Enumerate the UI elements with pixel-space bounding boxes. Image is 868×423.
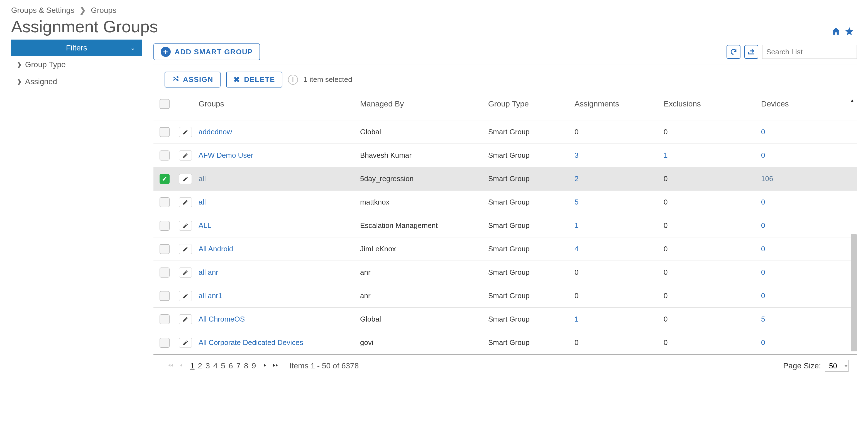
group-name-link[interactable]: all anr1 xyxy=(198,292,222,300)
edit-icon[interactable] xyxy=(179,174,192,184)
group-name-link[interactable]: all anr xyxy=(198,268,218,276)
page-number[interactable]: 3 xyxy=(204,361,212,370)
column-assignments[interactable]: Assignments xyxy=(571,99,660,109)
edit-icon[interactable] xyxy=(179,338,192,348)
page-number[interactable]: 8 xyxy=(242,361,250,370)
devices-cell[interactable]: 0 xyxy=(761,221,765,230)
page-number[interactable]: 5 xyxy=(219,361,227,370)
edit-icon[interactable] xyxy=(179,314,192,324)
delete-button[interactable]: ✖ DELETE xyxy=(226,71,282,88)
group-name-link[interactable]: AFW Demo User xyxy=(198,151,253,159)
devices-cell[interactable]: 0 xyxy=(761,292,765,300)
page-number[interactable]: 6 xyxy=(227,361,235,370)
table-row[interactable]: all anr1anrSmart Group000 xyxy=(153,284,857,308)
edit-icon[interactable] xyxy=(179,244,192,254)
group-type-cell: Smart Group xyxy=(485,221,571,230)
export-button[interactable] xyxy=(744,45,758,59)
filter-group-type[interactable]: ❯ Group Type xyxy=(11,56,142,73)
sort-up-icon[interactable]: ▲ xyxy=(849,98,855,104)
search-input[interactable] xyxy=(762,45,857,59)
table-row[interactable]: allmattknoxSmart Group500 xyxy=(153,190,857,214)
group-name-link[interactable]: All Corporate Dedicated Devices xyxy=(198,338,303,346)
group-name-link[interactable]: ALL xyxy=(198,221,211,230)
devices-cell[interactable]: 0 xyxy=(761,268,765,276)
column-devices[interactable]: Devices xyxy=(758,99,857,109)
assignments-cell[interactable]: 5 xyxy=(575,198,579,206)
row-checkbox[interactable] xyxy=(160,150,169,160)
filters-header[interactable]: Filters ⌄ xyxy=(11,39,142,56)
select-all-checkbox[interactable] xyxy=(160,99,169,109)
row-checkbox[interactable] xyxy=(160,338,169,348)
star-icon[interactable] xyxy=(845,27,854,38)
group-type-cell: Smart Group xyxy=(485,338,571,347)
group-name-link[interactable]: all xyxy=(198,198,206,206)
edit-icon[interactable] xyxy=(179,221,192,231)
next-page-icon[interactable] xyxy=(262,361,268,370)
devices-cell[interactable]: 0 xyxy=(761,198,765,206)
group-type-cell: Smart Group xyxy=(485,151,571,160)
devices-cell[interactable]: 5 xyxy=(761,315,765,323)
table-row[interactable]: All AndroidJimLeKnoxSmart Group400 xyxy=(153,237,857,261)
prev-page-icon[interactable] xyxy=(179,361,184,370)
assignments-cell[interactable]: 2 xyxy=(575,175,579,183)
devices-cell[interactable]: 0 xyxy=(761,245,765,253)
assignments-cell[interactable]: 4 xyxy=(575,245,579,253)
breadcrumb-root[interactable]: Groups & Settings xyxy=(11,6,74,15)
page-size-select[interactable]: 50 xyxy=(825,360,848,372)
page-number[interactable]: 4 xyxy=(212,361,219,370)
row-checkbox[interactable] xyxy=(160,127,169,137)
row-checkbox[interactable] xyxy=(160,314,169,324)
row-checkbox[interactable] xyxy=(160,268,169,277)
devices-cell[interactable]: 106 xyxy=(761,175,773,183)
assignments-cell[interactable]: 3 xyxy=(575,151,579,159)
row-checkbox[interactable] xyxy=(160,291,169,301)
items-info: Items 1 - 50 of 6378 xyxy=(289,361,359,370)
page-number[interactable]: 2 xyxy=(196,361,204,370)
managed-by-cell: anr xyxy=(357,268,485,277)
group-name-link[interactable]: All ChromeOS xyxy=(198,315,245,323)
edit-icon[interactable] xyxy=(179,197,192,207)
page-number[interactable]: 7 xyxy=(235,361,242,370)
last-page-icon[interactable] xyxy=(273,361,279,370)
scrollbar[interactable] xyxy=(851,234,857,352)
row-checkbox[interactable] xyxy=(160,197,169,207)
first-page-icon[interactable] xyxy=(167,361,174,370)
page-number[interactable]: 1 xyxy=(188,361,196,370)
devices-cell[interactable]: 0 xyxy=(761,151,765,159)
table-row[interactable]: ✔all5day_regressionSmart Group20106 xyxy=(153,167,857,190)
column-managed-by[interactable]: Managed By xyxy=(357,99,485,109)
filter-assigned[interactable]: ❯ Assigned xyxy=(11,73,142,90)
table-row[interactable]: All Corporate Dedicated DevicesgoviSmart… xyxy=(153,331,857,355)
group-name-link[interactable]: addednow xyxy=(198,128,232,136)
column-groups[interactable]: Groups xyxy=(195,99,357,109)
assignments-cell[interactable]: 1 xyxy=(575,221,579,230)
add-smart-group-button[interactable]: + ADD SMART GROUP xyxy=(153,43,260,60)
column-exclusions[interactable]: Exclusions xyxy=(660,99,758,109)
edit-icon[interactable] xyxy=(179,127,192,137)
assign-button[interactable]: ASSIGN xyxy=(164,71,221,88)
table-row[interactable]: All ChromeOSGlobalSmart Group105 xyxy=(153,308,857,331)
exclusions-cell[interactable]: 1 xyxy=(663,151,668,159)
table-row[interactable]: all anranrSmart Group000 xyxy=(153,261,857,284)
home-icon[interactable] xyxy=(831,27,841,38)
devices-cell[interactable]: 0 xyxy=(761,338,765,346)
column-group-type[interactable]: Group Type xyxy=(485,99,571,109)
edit-icon[interactable] xyxy=(179,268,192,277)
group-name-link[interactable]: All Android xyxy=(198,245,233,253)
chevron-right-icon: ❯ xyxy=(80,6,86,15)
breadcrumb-current[interactable]: Groups xyxy=(91,6,116,15)
row-checkbox[interactable] xyxy=(160,244,169,254)
refresh-button[interactable] xyxy=(726,45,740,59)
assignments-cell[interactable]: 1 xyxy=(575,315,579,323)
row-checkbox[interactable] xyxy=(160,221,169,231)
table-row[interactable]: addednowGlobalSmart Group000 xyxy=(153,120,857,144)
table-row[interactable]: AFW Demo UserBhavesh KumarSmart Group310 xyxy=(153,144,857,167)
edit-icon[interactable] xyxy=(179,291,192,301)
edit-icon[interactable] xyxy=(179,150,192,160)
table-header: Groups Managed By Group Type Assignments… xyxy=(153,95,857,113)
devices-cell[interactable]: 0 xyxy=(761,128,765,136)
row-checkbox[interactable]: ✔ xyxy=(160,174,169,184)
group-name-link[interactable]: all xyxy=(198,175,206,183)
table-row[interactable]: ALLEscalation ManagementSmart Group100 xyxy=(153,214,857,237)
page-number[interactable]: 9 xyxy=(250,361,258,370)
